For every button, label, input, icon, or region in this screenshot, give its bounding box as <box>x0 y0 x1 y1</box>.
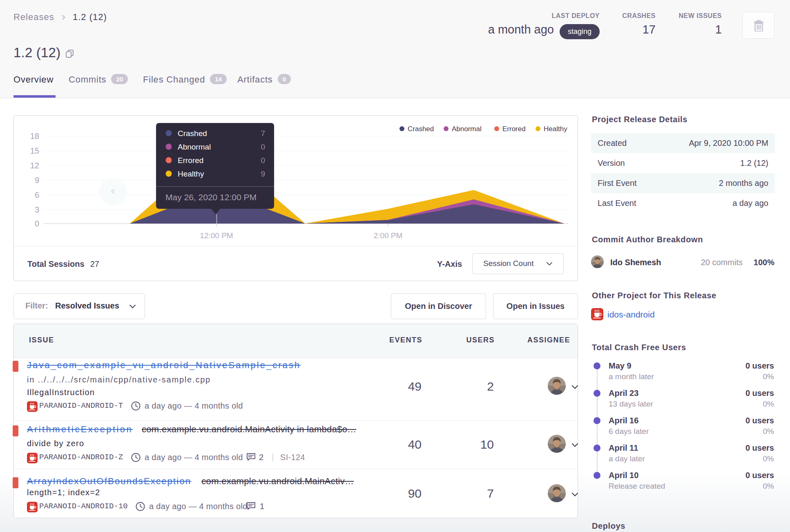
svg-text:18: 18 <box>30 132 39 141</box>
svg-text:Errored: Errored <box>178 156 203 165</box>
svg-text:Abnormal: Abnormal <box>178 143 211 151</box>
svg-text:Crashed: Crashed <box>178 129 207 138</box>
svg-text:6: 6 <box>35 190 39 199</box>
svg-text:2:00 PM: 2:00 PM <box>374 231 403 240</box>
svg-text:3: 3 <box>35 205 39 214</box>
svg-text:0: 0 <box>35 219 39 228</box>
svg-text:9: 9 <box>261 170 265 178</box>
svg-text:0: 0 <box>112 189 114 194</box>
svg-text:12:00 PM: 12:00 PM <box>200 231 233 240</box>
svg-text:0: 0 <box>261 143 265 151</box>
svg-text:Crashed: Crashed <box>408 125 434 133</box>
svg-text:7: 7 <box>261 129 265 138</box>
svg-text:Abnormal: Abnormal <box>452 125 482 133</box>
svg-text:9: 9 <box>35 176 39 185</box>
svg-text:Errored: Errored <box>502 125 526 133</box>
svg-text:Healthy: Healthy <box>544 125 567 133</box>
svg-text:0: 0 <box>261 156 265 165</box>
svg-text:May 26, 2020 12:00 PM: May 26, 2020 12:00 PM <box>165 192 257 202</box>
svg-text:12: 12 <box>30 161 39 170</box>
svg-text:Healthy: Healthy <box>178 170 204 178</box>
svg-text:15: 15 <box>30 146 39 155</box>
